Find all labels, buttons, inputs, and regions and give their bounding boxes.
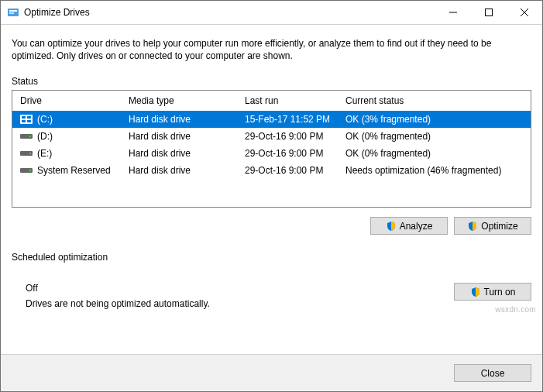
last-run: 29-Oct-16 9:00 PM xyxy=(245,148,345,159)
shield-icon xyxy=(467,221,478,232)
action-buttons: Analyze Optimize xyxy=(12,217,531,235)
optimize-button[interactable]: Optimize xyxy=(454,217,531,235)
analyze-button[interactable]: Analyze xyxy=(370,217,448,235)
svg-point-13 xyxy=(29,136,31,137)
svg-rect-1 xyxy=(9,10,17,12)
svg-rect-4 xyxy=(486,9,493,16)
window-title: Optimize Drives xyxy=(24,7,435,18)
intro-text: You can optimize your drives to help you… xyxy=(12,37,531,62)
analyze-label: Analyze xyxy=(400,221,433,232)
current-status: OK (0% fragmented) xyxy=(345,148,523,159)
windows-drive-icon xyxy=(20,115,33,124)
turn-on-button[interactable]: Turn on xyxy=(454,283,531,301)
hdd-icon xyxy=(20,132,33,141)
shield-icon xyxy=(386,221,397,232)
media-type: Hard disk drive xyxy=(129,165,245,176)
table-row[interactable]: (D:)Hard disk drive29-Oct-16 9:00 PMOK (… xyxy=(12,128,531,145)
svg-rect-7 xyxy=(20,115,33,124)
current-status: OK (0% fragmented) xyxy=(345,131,523,142)
turn-on-label: Turn on xyxy=(484,287,516,297)
hdd-icon xyxy=(20,149,33,158)
table-row[interactable]: (C:)Hard disk drive15-Feb-17 11:52 PMOK … xyxy=(12,111,531,128)
drives-table: Drive Media type Last run Current status… xyxy=(12,90,531,208)
app-icon xyxy=(7,6,19,19)
svg-rect-9 xyxy=(27,116,31,119)
close-button[interactable] xyxy=(507,1,542,24)
svg-rect-11 xyxy=(27,120,31,122)
last-run: 15-Feb-17 11:52 PM xyxy=(245,114,345,125)
watermark: wsxdn.com xyxy=(495,305,536,314)
svg-rect-8 xyxy=(22,116,26,119)
drive-name: (E:) xyxy=(37,148,52,159)
optimize-label: Optimize xyxy=(481,221,517,232)
col-status[interactable]: Current status xyxy=(345,95,523,106)
drive-name: (D:) xyxy=(37,131,53,142)
svg-point-15 xyxy=(29,153,31,154)
svg-rect-2 xyxy=(9,12,14,14)
media-type: Hard disk drive xyxy=(129,114,245,125)
scheduled-desc: Drives are not being optimized automatic… xyxy=(26,298,454,309)
footer: Close xyxy=(1,354,542,391)
content-area: You can optimize your drives to help you… xyxy=(1,25,542,354)
titlebar: Optimize Drives xyxy=(1,1,542,25)
col-last[interactable]: Last run xyxy=(245,95,345,106)
titlebar-buttons xyxy=(435,1,542,24)
maximize-button[interactable] xyxy=(471,1,507,24)
svg-rect-10 xyxy=(22,120,26,122)
last-run: 29-Oct-16 9:00 PM xyxy=(245,165,345,176)
hdd-icon xyxy=(20,166,33,175)
current-status: OK (3% fragmented) xyxy=(345,114,523,125)
minimize-button[interactable] xyxy=(435,1,471,24)
close-footer-button[interactable]: Close xyxy=(454,364,531,382)
col-media[interactable]: Media type xyxy=(129,95,245,106)
scheduled-state: Off xyxy=(26,283,454,294)
col-drive[interactable]: Drive xyxy=(20,95,129,106)
table-row[interactable]: System ReservedHard disk drive29-Oct-16 … xyxy=(12,162,531,179)
status-label: Status xyxy=(12,76,531,87)
current-status: Needs optimization (46% fragmented) xyxy=(345,165,523,176)
scheduled-label: Scheduled optimization xyxy=(12,252,531,263)
close-label: Close xyxy=(481,368,505,379)
drive-name: System Reserved xyxy=(37,165,111,176)
svg-point-17 xyxy=(29,170,31,171)
last-run: 29-Oct-16 9:00 PM xyxy=(245,131,345,142)
media-type: Hard disk drive xyxy=(129,148,245,159)
shield-icon xyxy=(470,287,481,297)
drive-name: (C:) xyxy=(37,114,53,125)
scheduled-section: Off Drives are not being optimized autom… xyxy=(12,283,531,309)
table-row[interactable]: (E:)Hard disk drive29-Oct-16 9:00 PMOK (… xyxy=(12,145,531,162)
table-header: Drive Media type Last run Current status xyxy=(12,91,531,111)
media-type: Hard disk drive xyxy=(129,131,245,142)
